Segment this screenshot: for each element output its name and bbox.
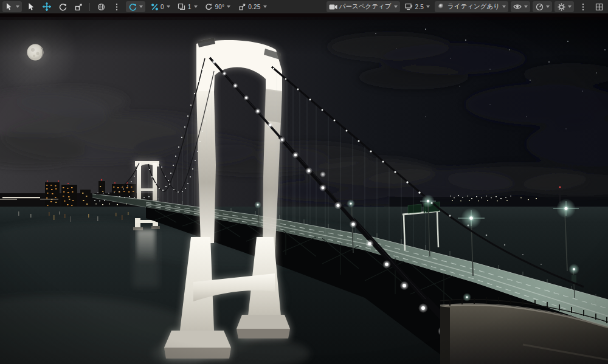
chevron-down-icon (139, 5, 143, 8)
camera-icon (329, 2, 337, 11)
projection-label: パースペクティブ (339, 2, 392, 11)
gear-icon (557, 2, 565, 11)
view-mode-label: ライティングあり (447, 2, 500, 11)
toolbar-left-group: 0 1 90° 0.25 (0, 1, 272, 12)
viewport-settings-button[interactable] (554, 1, 574, 12)
chevron-down-icon (394, 5, 398, 8)
grid-snap-value: 1 (188, 4, 192, 10)
select-tool-button[interactable] (24, 1, 38, 12)
quad-grid-icon (595, 2, 603, 11)
quad-view-button[interactable] (592, 1, 606, 12)
chevron-down-icon (16, 5, 19, 8)
chevron-down-icon (502, 5, 506, 8)
viewport-toolbar: 0 1 90° 0.25 (0, 0, 608, 13)
scale-tool-icon (74, 2, 83, 11)
vertical-dots-icon (112, 2, 121, 11)
coordinate-system-button[interactable] (94, 1, 108, 12)
surface-snap-value: 0 (161, 4, 164, 10)
surface-snap-icon (150, 2, 159, 11)
chevron-down-icon (227, 5, 230, 8)
scale-snap-button[interactable]: 0.25 (235, 1, 269, 12)
chevron-down-icon (524, 5, 528, 8)
editor-mode-button[interactable] (2, 1, 22, 12)
scale-tool-button[interactable] (72, 1, 85, 12)
globe-icon (97, 2, 105, 11)
chevron-down-icon (426, 5, 430, 8)
vertical-dots-icon (579, 2, 587, 11)
viewport-3d-scene[interactable] (0, 13, 608, 364)
vignette-overlay (0, 13, 608, 364)
rotation-snap-icon (205, 2, 213, 11)
scale-snap-icon (238, 2, 246, 11)
camera-speed-value: 2.5 (415, 4, 424, 10)
view-mode-button[interactable]: ライティングあり (435, 1, 508, 12)
eye-icon (513, 2, 522, 11)
camera-speed-button[interactable]: 2.5 (402, 1, 433, 12)
move-tool-icon (43, 2, 51, 11)
toolbar-separator (89, 3, 90, 11)
performance-gauge-button[interactable] (533, 1, 552, 12)
snap-rotate-icon (128, 2, 137, 11)
snap-cycle-button[interactable] (126, 1, 145, 12)
rotation-snap-button[interactable]: 90° (202, 1, 233, 12)
rotate-tool-icon (58, 2, 67, 11)
grid-snap-button[interactable]: 1 (175, 1, 200, 12)
chevron-down-icon (263, 5, 267, 8)
chevron-down-icon (546, 5, 550, 8)
scale-snap-value: 0.25 (248, 4, 260, 10)
viewport-menu-button[interactable] (576, 1, 590, 12)
select-arrow-icon (27, 2, 35, 11)
toolbar-right-group: パースペクティブ 2.5 ライティングあり (324, 1, 608, 12)
grid-snap-icon (178, 2, 186, 11)
surface-snapping-button[interactable]: 0 (148, 1, 173, 12)
lit-sphere-icon (437, 2, 446, 11)
chevron-down-icon (568, 5, 572, 8)
move-tool-button[interactable] (40, 1, 54, 12)
rotation-snap-value: 90° (215, 4, 225, 10)
chevron-down-icon (194, 5, 198, 8)
projection-mode-button[interactable]: パースペクティブ (326, 1, 400, 12)
gauge-icon (535, 2, 544, 11)
cursor-mode-icon (5, 2, 13, 11)
rotate-tool-button[interactable] (56, 1, 69, 12)
screen-speed-icon (405, 2, 413, 11)
show-flags-button[interactable] (511, 1, 530, 12)
tool-options-menu[interactable] (110, 1, 123, 12)
editor-window: { "toolbar": { "left": { "surface_snap_v… (0, 0, 608, 364)
chevron-down-icon (167, 5, 170, 8)
